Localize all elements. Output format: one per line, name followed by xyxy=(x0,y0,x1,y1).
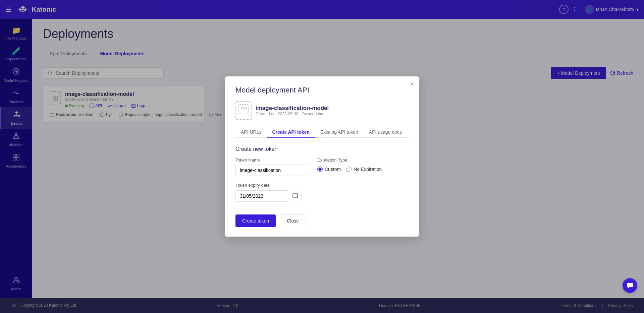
modal-model-icon xyxy=(235,101,252,120)
token-expiry-group: Token expiry date xyxy=(235,183,409,202)
modal-tab-api-usage-docs[interactable]: API usage docs xyxy=(364,127,407,138)
radio-custom[interactable]: Custom xyxy=(317,167,341,172)
svg-rect-23 xyxy=(239,105,248,114)
expiration-type-group: Expiration Type Custom No Expiration xyxy=(317,158,382,172)
radio-group: Custom No Expiration xyxy=(317,167,382,172)
close-button[interactable]: Close xyxy=(280,214,306,227)
create-token-button[interactable]: Create token xyxy=(235,214,276,227)
modal-model-name: image-classification-model xyxy=(256,105,329,112)
calendar-icon xyxy=(292,193,298,198)
modal-title: Model deployment API xyxy=(235,86,409,95)
svg-rect-24 xyxy=(293,194,298,198)
modal-tab-existing-api-token[interactable]: Existing API token xyxy=(315,127,364,138)
radio-no-expiration[interactable]: No Expiration xyxy=(346,167,382,172)
create-token-section: Create new token Token Name Expiration T… xyxy=(235,146,409,227)
svg-rect-30 xyxy=(627,283,633,287)
modal-tab-create-api-token[interactable]: Create API token xyxy=(267,127,315,138)
expiration-type-label: Expiration Type xyxy=(317,158,382,163)
chat-icon xyxy=(626,282,634,289)
modal-tabs: API URLs Create API token Existing API t… xyxy=(235,127,409,138)
token-expiry-label: Token expiry date xyxy=(235,183,409,188)
calendar-icon-button[interactable] xyxy=(289,190,302,202)
radio-no-expiration-label: No Expiration xyxy=(354,167,382,172)
radio-no-expiration-input[interactable] xyxy=(346,167,352,172)
separator xyxy=(235,209,409,209)
modal-actions: Create token Close xyxy=(235,214,409,227)
token-expiry-input[interactable] xyxy=(235,190,289,202)
modal: × Model deployment API image-classificat… xyxy=(225,76,419,237)
modal-model-info: image-classification-model Created on: 2… xyxy=(235,101,409,120)
modal-overlay: × Model deployment API image-classificat… xyxy=(0,0,644,313)
section-title: Create new token xyxy=(235,146,409,152)
token-name-input[interactable] xyxy=(235,165,309,176)
token-name-label: Token Name xyxy=(235,158,309,163)
form-row-main: Token Name Expiration Type Custom No Exp… xyxy=(235,158,409,176)
token-name-group: Token Name xyxy=(235,158,309,176)
modal-close-button[interactable]: × xyxy=(410,80,414,87)
radio-custom-input[interactable] xyxy=(317,167,323,172)
modal-tab-api-urls[interactable]: API URLs xyxy=(235,127,267,138)
date-input-wrap xyxy=(235,190,409,202)
chat-bubble-button[interactable] xyxy=(623,278,637,293)
radio-custom-label: Custom xyxy=(325,167,341,172)
modal-model-sub: Created on: 2023-05-30 | Owner: Ishan xyxy=(256,112,329,116)
